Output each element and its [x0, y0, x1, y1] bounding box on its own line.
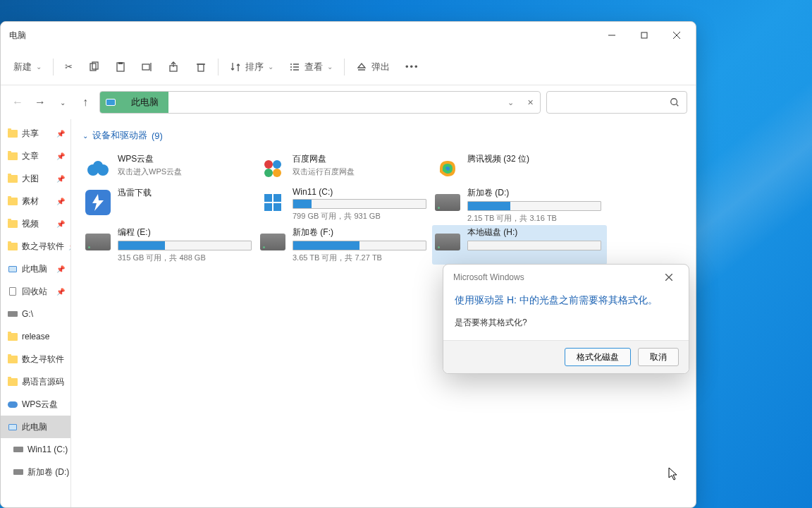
svg-rect-31 [264, 203, 272, 211]
group-header[interactable]: ⌄ 设备和驱动器 (9) [82, 129, 684, 142]
eject-button[interactable]: 弹出 [349, 54, 397, 80]
copy-button[interactable] [81, 54, 106, 80]
search-input[interactable] [546, 91, 687, 114]
folder-icon [8, 219, 18, 229]
sidebar-item[interactable]: 新加卷 (D:) [1, 461, 70, 483]
folder-icon [8, 241, 18, 251]
sidebar-item[interactable]: 此电脑📌 [1, 258, 70, 280]
history-dropdown-button[interactable]: ⌄ [500, 92, 520, 113]
pc-icon [8, 264, 18, 274]
cloud-icon [8, 399, 18, 409]
sidebar-item-label: G:\ [22, 309, 33, 319]
sidebar-item[interactable]: 数之寻软件 [1, 348, 70, 370]
pin-icon: 📌 [56, 152, 65, 160]
svg-rect-30 [273, 194, 281, 202]
item-subtitle: 315 GB 可用，共 488 GB [118, 253, 254, 263]
sidebar-item[interactable]: 大图📌 [1, 167, 70, 190]
sidebar-item[interactable]: G:\ [1, 303, 70, 325]
sidebar-item[interactable]: 文章📌 [1, 145, 70, 167]
rename-button[interactable] [135, 54, 160, 80]
dialog-close-button[interactable] [659, 267, 679, 287]
svg-rect-7 [118, 62, 123, 64]
sidebar-item-label: 新加卷 (D:) [27, 466, 69, 478]
sidebar-item[interactable]: release [1, 325, 70, 348]
address-bar[interactable]: 此电脑 ⌄ ✕ [99, 91, 541, 114]
share-button[interactable] [161, 54, 187, 80]
svg-point-27 [264, 169, 273, 177]
sidebar-item-label: 文章 [22, 150, 39, 162]
sidebar-item[interactable]: 此电脑 [1, 416, 70, 438]
drive-item[interactable]: 新加卷 (D:)2.15 TB 可用，共 3.16 TB [432, 186, 607, 225]
drive-item[interactable]: Win11 (C:)799 GB 可用，共 931 GB [257, 186, 432, 225]
drive-icon [8, 309, 18, 319]
sidebar-item-label: 此电脑 [22, 263, 47, 275]
sidebar-item[interactable]: WPS云盘 [1, 393, 70, 416]
new-button[interactable]: 新建⌄ [6, 54, 49, 80]
drive-icon [435, 190, 460, 215]
folder-icon [8, 128, 18, 138]
dialog-message: 使用驱动器 H: 中的光盘之前需要将其格式化。 [455, 294, 677, 307]
sidebar-item[interactable]: 共享📌 [1, 122, 70, 145]
view-icon [289, 61, 300, 73]
minimize-button[interactable] [596, 25, 628, 46]
pc-icon [8, 422, 18, 432]
sidebar-item[interactable]: 视频📌 [1, 212, 70, 235]
folder-icon [8, 377, 18, 387]
sidebar-item-label: release [22, 332, 49, 341]
svg-point-25 [264, 160, 273, 169]
sidebar-item[interactable]: 数之寻软件📌 [1, 235, 70, 258]
item-subtitle: 双击进入WPS云盘 [118, 167, 254, 177]
sort-button[interactable]: 排序⌄ [223, 54, 281, 80]
app-item[interactable]: 百度网盘双击运行百度网盘 [257, 152, 432, 186]
item-name: WPS云盘 [118, 153, 254, 165]
breadcrumb-current[interactable]: 此电脑 [121, 92, 168, 113]
sidebar-item-label: 素材 [22, 195, 39, 207]
window-title: 电脑 [9, 30, 596, 42]
drive-item[interactable]: 本地磁盘 (H:) [432, 225, 607, 265]
maximize-button[interactable] [628, 25, 660, 46]
cancel-button[interactable]: 取消 [638, 348, 679, 366]
recent-button[interactable]: ⌄ [54, 94, 71, 111]
back-button[interactable]: ← [9, 94, 26, 111]
drive-icon [85, 229, 111, 255]
cut-button[interactable]: ✂ [58, 54, 80, 80]
item-name: 本地磁盘 (H:) [467, 226, 604, 238]
wps-icon [85, 156, 111, 181]
sort-icon [230, 61, 241, 73]
refresh-or-clear-button[interactable]: ✕ [520, 92, 540, 113]
app-item[interactable]: 腾讯视频 (32 位) [432, 152, 607, 186]
format-disk-button[interactable]: 格式化磁盘 [565, 348, 631, 366]
dialog-title: Microsoft Windows [453, 272, 524, 282]
forward-button[interactable]: → [32, 94, 49, 111]
item-name: 百度网盘 [293, 153, 429, 165]
paste-button[interactable] [108, 54, 133, 80]
sidebar-item[interactable]: 素材📌 [1, 190, 70, 212]
pin-icon: 📌 [56, 130, 65, 138]
close-button[interactable] [660, 25, 693, 46]
svg-line-21 [677, 104, 679, 107]
pin-icon: 📌 [56, 288, 65, 296]
items-grid: WPS云盘双击进入WPS云盘百度网盘双击运行百度网盘腾讯视频 (32 位)迅雷下… [82, 152, 684, 265]
delete-button[interactable] [188, 54, 214, 80]
sidebar-item-label: 数之寻软件 [22, 241, 64, 253]
up-button[interactable]: ↑ [77, 94, 94, 111]
drive-icon [260, 190, 285, 215]
dialog-question: 是否要将其格式化? [455, 317, 677, 329]
drive-item[interactable]: 新加卷 (F:)3.65 TB 可用，共 7.27 TB [257, 225, 432, 265]
folder-icon [8, 196, 18, 206]
folder-icon [8, 151, 18, 161]
folder-icon [8, 174, 18, 183]
drive-icon [13, 467, 23, 477]
app-item[interactable]: 迅雷下载 [82, 186, 257, 225]
svg-point-15 [290, 66, 292, 68]
drive-item[interactable]: 编程 (E:)315 GB 可用，共 488 GB [82, 225, 257, 265]
more-button[interactable]: ••• [398, 54, 426, 80]
sidebar-item[interactable]: 易语言源码 [1, 370, 70, 393]
svg-point-20 [671, 99, 677, 105]
view-button[interactable]: 查看⌄ [282, 54, 340, 80]
pin-icon: 📌 [56, 220, 65, 228]
sidebar-item[interactable]: 回收站📌 [1, 280, 70, 303]
sidebar-item-label: 大图 [22, 173, 39, 185]
app-item[interactable]: WPS云盘双击进入WPS云盘 [82, 152, 257, 186]
sidebar-item[interactable]: Win11 (C:) [1, 438, 70, 461]
